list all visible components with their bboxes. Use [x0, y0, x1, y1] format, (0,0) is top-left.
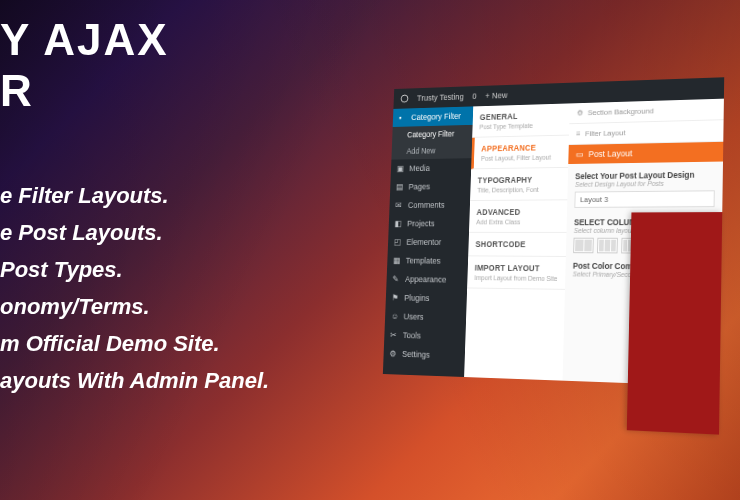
- tab-advanced[interactable]: ADVANCEDAdd Extra Class: [469, 200, 567, 233]
- sidebar-item-media[interactable]: ▣Media: [391, 158, 472, 178]
- sidebar-item-label: Elementor: [406, 237, 441, 246]
- media-icon: ▣: [397, 164, 406, 173]
- tab-desc: Post Type Template: [479, 122, 562, 131]
- tab-desc: Import Layout from Demo Site: [474, 274, 558, 282]
- title-line-1: Y AJAX: [0, 15, 269, 66]
- column-option-2[interactable]: [573, 238, 594, 254]
- comments-icon: ✉: [395, 201, 404, 210]
- users-icon: ☺: [391, 311, 400, 321]
- admin-panel-screenshot: Trusty Testing 0 + New ▪ Category Filter…: [383, 77, 724, 386]
- sidebar-item-label: Appearance: [405, 274, 447, 284]
- sidebar-item-projects[interactable]: ◧Projects: [388, 214, 469, 233]
- gear-icon: [577, 109, 584, 118]
- feature-item: onomy/Terms.: [0, 289, 269, 326]
- feature-item: e Filter Layouts.: [0, 178, 269, 215]
- sidebar-item-pages[interactable]: ▤Pages: [390, 177, 471, 196]
- appearance-icon: ✎: [392, 274, 401, 283]
- site-name[interactable]: Trusty Testing: [417, 92, 464, 103]
- plugins-icon: ⚑: [392, 293, 401, 302]
- tab-typography[interactable]: TYPOGRAPHYTitle, Description, Font: [470, 168, 568, 201]
- templates-icon: ▦: [393, 256, 402, 265]
- settings-icon: ⚙: [389, 349, 398, 359]
- sidebar-item-label: Pages: [408, 182, 430, 191]
- wp-sidebar: ▪ Category Filter Category Filter Add Ne…: [383, 106, 473, 377]
- feature-item: e Post Layouts.: [0, 215, 269, 252]
- tab-appearance[interactable]: APPEARANCEPost Layout, Filter Layout: [471, 136, 569, 170]
- feature-item: m Official Demo Site.: [0, 326, 269, 363]
- sidebar-sub-category-filter[interactable]: Category Filter: [392, 125, 473, 143]
- feature-item: ayouts With Admin Panel.: [0, 363, 269, 400]
- sidebar-item-appearance[interactable]: ✎Appearance: [386, 270, 467, 290]
- layout-select[interactable]: Layout 3: [574, 190, 714, 208]
- post-layout-tab[interactable]: Post Layout: [568, 142, 723, 164]
- tab-general[interactable]: GENERALPost Type Template: [472, 103, 570, 137]
- sidebar-item-plugins[interactable]: ⚑Plugins: [386, 288, 468, 308]
- projects-icon: ◧: [394, 219, 403, 228]
- tab-desc: Add Extra Class: [476, 218, 559, 225]
- tab-label: Post Layout: [588, 149, 632, 159]
- new-button[interactable]: + New: [485, 91, 508, 101]
- feature-item: Post Types.: [0, 252, 269, 289]
- sidebar-item-elementor[interactable]: ◰Elementor: [388, 233, 469, 252]
- svg-point-0: [401, 95, 408, 102]
- design-hint: Select Design Layout for Posts: [575, 179, 715, 187]
- doc-icon: [576, 149, 584, 159]
- tab-label: GENERAL: [480, 110, 563, 122]
- tab-desc: Post Layout, Filter Layout: [481, 154, 561, 162]
- hero-text: Y AJAX R e Filter Layouts. e Post Layout…: [0, 15, 269, 400]
- sidebar-item-label: Settings: [402, 349, 430, 359]
- sidebar-item-category-filter[interactable]: ▪ Category Filter: [393, 106, 474, 127]
- wp-logo-icon: [400, 94, 409, 104]
- sidebar-item-tools[interactable]: ✂Tools: [384, 325, 466, 346]
- sidebar-item-label: Comments: [408, 200, 445, 209]
- comments-count[interactable]: 0: [472, 92, 477, 101]
- admin-body: ▪ Category Filter Category Filter Add Ne…: [383, 99, 724, 387]
- section-label: Filter Layout: [585, 128, 626, 138]
- sidebar-sub-add-new[interactable]: Add New: [391, 141, 472, 159]
- preview-overlay: [627, 212, 722, 435]
- sidebar-item-users[interactable]: ☺Users: [385, 307, 467, 328]
- tab-label: SHORTCODE: [475, 239, 559, 249]
- sidebar-item-label: Templates: [406, 256, 441, 266]
- tab-label: APPEARANCE: [481, 142, 561, 153]
- tab-import-layout[interactable]: IMPORT LAYOUTImport Layout from Demo Sit…: [467, 256, 566, 290]
- title-line-2: R: [0, 66, 269, 117]
- tools-icon: ✂: [390, 330, 399, 340]
- sidebar-item-settings[interactable]: ⚙Settings: [383, 344, 465, 365]
- pages-icon: ▤: [396, 182, 405, 191]
- sidebar-item-label: Tools: [403, 330, 421, 340]
- tab-label: IMPORT LAYOUT: [475, 263, 559, 273]
- settings-content: Section Background Filter Layout Post La…: [563, 99, 724, 387]
- tab-desc: Title, Description, Font: [477, 186, 560, 193]
- sidebar-item-label: Users: [403, 312, 423, 322]
- tab-shortcode[interactable]: SHORTCODE: [468, 233, 566, 257]
- feature-list: e Filter Layouts. e Post Layouts. Post T…: [0, 178, 269, 400]
- settings-tabs-column: GENERALPost Type Template APPEARANCEPost…: [464, 103, 570, 380]
- sidebar-item-label: Media: [409, 164, 430, 173]
- sidebar-item-label: Plugins: [404, 293, 429, 303]
- list-icon: [576, 130, 580, 139]
- sidebar-item-templates[interactable]: ▦Templates: [387, 251, 468, 270]
- sidebar-item-label: Category Filter: [411, 111, 461, 122]
- filter-icon: ▪: [399, 113, 408, 122]
- sidebar-item-comments[interactable]: ✉Comments: [389, 195, 470, 214]
- elementor-icon: ◰: [394, 237, 403, 246]
- section-label: Section Background: [588, 107, 654, 117]
- tab-label: ADVANCED: [476, 207, 559, 217]
- tab-label: TYPOGRAPHY: [478, 175, 561, 185]
- sidebar-item-label: Projects: [407, 219, 435, 228]
- column-option-3[interactable]: [597, 238, 618, 254]
